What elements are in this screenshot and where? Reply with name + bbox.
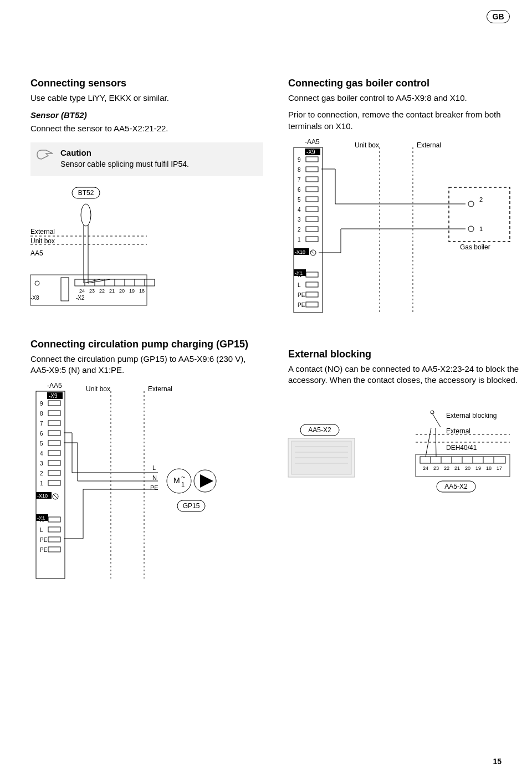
svg-point-2	[81, 204, 91, 226]
svg-text:19: 19	[475, 465, 481, 471]
svg-text:7: 7	[298, 177, 301, 183]
hand-point-icon	[36, 148, 54, 161]
gp15-svg: -AA5 -X9 987654321 -X10 -X1 NLPEPE Unit …	[30, 381, 263, 581]
svg-text:1: 1	[479, 226, 483, 232]
section-external-blocking: External blocking A contact (NO) can be …	[288, 349, 521, 581]
language-badge: GB	[487, 10, 510, 23]
svg-text:6: 6	[40, 431, 43, 437]
heading-connecting-sensors: Connecting sensors	[30, 78, 263, 89]
circ-text: Connect the circulation pump (GP15) to A…	[30, 354, 263, 376]
svg-text:-X2: -X2	[76, 295, 85, 301]
svg-text:5: 5	[40, 441, 43, 447]
svg-text:21: 21	[109, 288, 115, 294]
svg-text:-X9: -X9	[306, 149, 315, 155]
svg-text:2: 2	[40, 470, 43, 477]
svg-text:18: 18	[139, 288, 145, 294]
gas-svg: -AA5 -X9 987654321 -X10 -X1 NLPEPE	[288, 137, 521, 315]
svg-text:DEH40/41: DEH40/41	[446, 444, 477, 452]
caution-box: Caution Sensor cable splicing must fulfi…	[30, 142, 263, 176]
svg-line-177	[436, 428, 436, 457]
svg-text:N: N	[152, 474, 157, 481]
diagram-ext-block: AA5-X2 External blocking External DEH40/…	[288, 408, 521, 519]
svg-text:7: 7	[40, 421, 43, 427]
svg-text:PE: PE	[298, 292, 305, 298]
svg-rect-12	[61, 278, 69, 301]
sensor-text: Connect the sensor to AA5-X2:21-22.	[30, 123, 263, 134]
svg-text:22: 22	[444, 465, 449, 471]
svg-rect-82	[449, 187, 510, 242]
svg-text:22: 22	[99, 288, 105, 294]
section-circulation-pump: Connecting circulation pump charging (GP…	[30, 339, 263, 581]
page-grid: Connecting sensors Use cable type LiYY, …	[30, 78, 502, 597]
section-gas-boiler: Connecting gas boiler control Connect ga…	[288, 78, 521, 322]
svg-text:External: External	[446, 427, 470, 435]
svg-text:20: 20	[465, 465, 470, 471]
intro-text: Use cable type LiYY, EKKX or similar.	[30, 93, 263, 104]
svg-text:2: 2	[479, 196, 483, 203]
svg-text:PE: PE	[298, 302, 305, 308]
svg-rect-160	[420, 457, 505, 463]
svg-text:4: 4	[298, 207, 301, 213]
svg-text:9: 9	[298, 157, 301, 163]
svg-text:-X8: -X8	[30, 295, 39, 301]
svg-text:2: 2	[298, 227, 301, 233]
gas-text1: Connect gas boiler control to AA5-X9:8 a…	[288, 93, 521, 104]
svg-text:9: 9	[40, 401, 43, 407]
svg-point-80	[468, 226, 474, 232]
svg-line-153	[432, 413, 441, 427]
svg-text:23: 23	[89, 288, 95, 294]
svg-text:GP15: GP15	[183, 502, 200, 510]
section-connecting-sensors: Connecting sensors Use cable type LiYY, …	[30, 78, 263, 322]
svg-text:17: 17	[497, 465, 502, 471]
subhead-sensor: Sensor (BT52)	[30, 110, 263, 120]
svg-text:-X9: -X9	[49, 393, 58, 399]
svg-text:24: 24	[423, 465, 428, 471]
svg-text:-AA5: -AA5	[47, 382, 62, 390]
svg-text:External: External	[30, 228, 55, 236]
svg-text:21: 21	[454, 465, 460, 471]
diagram-gas: -AA5 -X9 987654321 -X10 -X1 NLPEPE	[288, 137, 521, 315]
svg-text:L: L	[152, 464, 156, 471]
svg-text:~: ~	[181, 473, 185, 481]
svg-point-75	[468, 201, 474, 207]
svg-text:L: L	[40, 527, 43, 533]
svg-text:19: 19	[129, 288, 135, 294]
diagram-gp15: -AA5 -X9 987654321 -X10 -X1 NLPEPE Unit …	[30, 381, 263, 581]
svg-text:AA5-X2: AA5-X2	[308, 426, 331, 434]
svg-text:PE: PE	[40, 537, 48, 543]
svg-text:3: 3	[40, 460, 43, 467]
svg-text:Gas boiler: Gas boiler	[460, 243, 490, 251]
svg-text:BT52: BT52	[78, 189, 94, 197]
svg-text:6: 6	[298, 187, 301, 193]
caution-title: Caution	[60, 148, 257, 157]
heading-gas-boiler: Connecting gas boiler control	[288, 78, 521, 89]
svg-text:-X10: -X10	[295, 249, 305, 255]
heading-circ-pump: Connecting circulation pump charging (GP…	[30, 339, 263, 350]
svg-text:1: 1	[298, 237, 301, 243]
svg-text:External: External	[417, 141, 441, 149]
svg-text:Unit box: Unit box	[86, 385, 110, 393]
svg-text:5: 5	[298, 197, 301, 203]
svg-rect-159	[416, 454, 510, 477]
svg-text:24: 24	[79, 288, 85, 294]
svg-text:1: 1	[40, 480, 43, 487]
svg-text:L: L	[298, 282, 301, 288]
svg-text:PE: PE	[40, 547, 48, 553]
svg-text:-AA5: -AA5	[305, 138, 320, 146]
ext-block-text: A contact (NO) can be connected to AA5-X…	[288, 364, 521, 386]
svg-text:AA5-X2: AA5-X2	[444, 483, 468, 490]
svg-text:8: 8	[298, 167, 301, 173]
svg-text:M: M	[173, 476, 180, 485]
page-number: 15	[493, 757, 502, 766]
diagram-bt52: BT52 External Unit box AA5	[30, 186, 263, 322]
extblock-svg: AA5-X2 External blocking External DEH40/…	[288, 408, 521, 519]
svg-text:AA5: AA5	[30, 249, 43, 257]
svg-text:18: 18	[486, 465, 492, 471]
svg-text:1: 1	[181, 481, 185, 488]
svg-text:20: 20	[119, 288, 125, 294]
caution-text: Sensor cable splicing must fulfil IP54.	[60, 160, 257, 168]
svg-text:PE: PE	[150, 484, 158, 491]
svg-text:4: 4	[40, 451, 43, 457]
heading-ext-block: External blocking	[288, 349, 521, 360]
svg-text:N: N	[298, 272, 301, 278]
